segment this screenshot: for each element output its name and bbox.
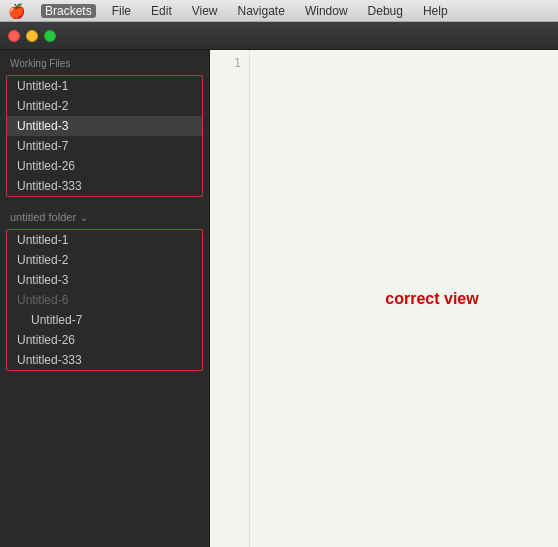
folder-name: untitled folder [10,211,76,223]
working-file-untitled26[interactable]: Untitled-26 [7,156,202,176]
title-bar [0,22,558,50]
working-files-list: Untitled-1 Untitled-2 Untitled-3 Untitle… [6,75,203,197]
folder-file-untitled3[interactable]: Untitled-3 [7,270,202,290]
folder-file-untitled1[interactable]: Untitled-1 [7,230,202,250]
menu-debug[interactable]: Debug [364,4,407,18]
folder-file-untitled2[interactable]: Untitled-2 [7,250,202,270]
folder-file-untitled7[interactable]: Untitled-7 [7,310,202,330]
menu-brackets[interactable]: Brackets [41,4,96,18]
working-file-untitled333[interactable]: Untitled-333 [7,176,202,196]
menu-file[interactable]: File [108,4,135,18]
folder-label[interactable]: untitled folder ⌄ [0,205,209,227]
menu-navigate[interactable]: Navigate [234,4,289,18]
line-number-1: 1 [210,56,241,70]
folder-files-list: Untitled-1 Untitled-2 Untitled-3 Untitle… [6,229,203,371]
menu-bar: 🍎 Brackets File Edit View Navigate Windo… [0,0,558,22]
sidebar: Working Files Untitled-1 Untitled-2 Unti… [0,50,210,547]
close-button[interactable] [8,30,20,42]
working-files-label: Working Files [0,50,209,73]
main-layout: Working Files Untitled-1 Untitled-2 Unti… [0,50,558,547]
maximize-button[interactable] [44,30,56,42]
editor-content: 1 correct view [210,50,558,547]
working-file-untitled7[interactable]: Untitled-7 [7,136,202,156]
folder-caret-icon: ⌄ [80,212,88,223]
correct-view-label: correct view [385,290,478,308]
line-numbers: 1 [210,50,250,547]
code-area[interactable]: correct view [250,50,558,547]
working-file-untitled2[interactable]: Untitled-2 [7,96,202,116]
menu-edit[interactable]: Edit [147,4,176,18]
minimize-button[interactable] [26,30,38,42]
editor-panel: 1 correct view [210,50,558,547]
menu-help[interactable]: Help [419,4,452,18]
folder-file-untitled333[interactable]: Untitled-333 [7,350,202,370]
menu-window[interactable]: Window [301,4,352,18]
folder-file-untitled6[interactable]: Untitled-6 [7,290,202,310]
menu-view[interactable]: View [188,4,222,18]
folder-file-untitled26[interactable]: Untitled-26 [7,330,202,350]
working-file-untitled1[interactable]: Untitled-1 [7,76,202,96]
window-controls [8,30,56,42]
apple-menu[interactable]: 🍎 [8,3,25,19]
working-file-untitled3[interactable]: Untitled-3 [7,116,202,136]
